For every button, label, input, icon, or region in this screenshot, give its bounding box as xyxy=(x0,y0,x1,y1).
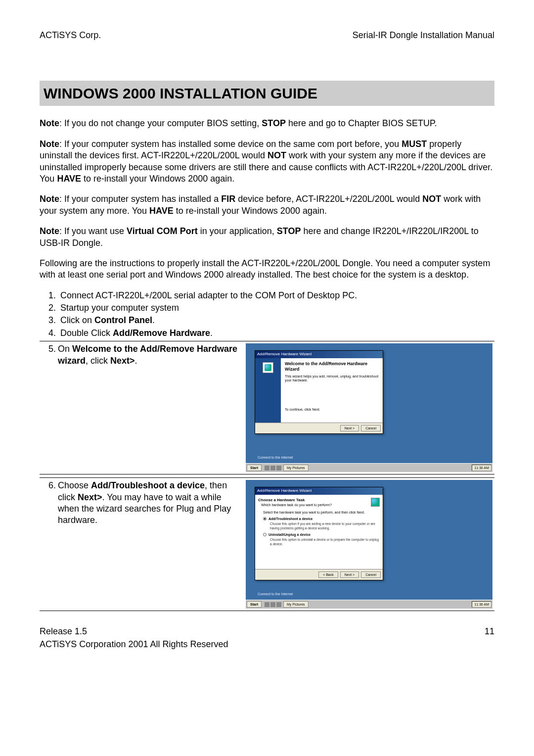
page-footer: Release 1.5 11 ACTiSYS Corporation 2001 … xyxy=(40,626,494,650)
wizard-content: Choose a Hardware Task Which hardware ta… xyxy=(255,495,383,569)
next-button[interactable]: Next > xyxy=(340,425,359,431)
page-header: ACTiSYS Corp. Serial-IR Dongle Installat… xyxy=(40,30,494,41)
step-bold: Control Panel xyxy=(94,315,152,325)
note-bold: FIR xyxy=(221,194,235,204)
radio-add-troubleshoot[interactable]: Add/Troubleshoot a device xyxy=(263,517,380,521)
taskbar: Start My Pictures 11:36 AM xyxy=(246,600,492,609)
note-3: Note: If your computer system has instal… xyxy=(40,193,494,217)
desktop-shortcut-label: Connect to the Internet xyxy=(258,456,293,460)
step-5-number: 5. xyxy=(40,341,58,474)
step-5-row: 5. On Welcome to the Add/Remove Hardware… xyxy=(40,341,494,474)
step-1: Connect ACT-IR220L+/200L serial adapter … xyxy=(48,290,494,301)
note-prefix: Note xyxy=(40,226,59,236)
quick-launch-icons xyxy=(265,466,281,471)
release-label: Release 1.5 xyxy=(40,626,87,637)
hardware-icon xyxy=(371,498,380,507)
step-bold: Next> xyxy=(78,492,102,502)
wizard-buttons: Next > Cancel xyxy=(255,423,383,433)
wizard-desc: This wizard helps you add, remove, unplu… xyxy=(285,375,379,383)
wizard-heading: Choose a Hardware Task xyxy=(258,498,332,503)
note-prefix: Note xyxy=(40,118,59,128)
header-right: Serial-IR Dongle Installation Manual xyxy=(353,30,494,41)
hardware-icon xyxy=(263,362,273,373)
wizard-content: Welcome to the Add/Remove Hardware Wizar… xyxy=(281,358,383,423)
step-text: Double Click xyxy=(60,328,113,338)
note-text: : If you want use xyxy=(59,226,127,236)
copyright: ACTiSYS Corporation 2001 All Rights Rese… xyxy=(40,639,494,650)
wizard-heading: Welcome to the Add/Remove Hardware Wizar… xyxy=(285,361,379,373)
step-bold: Add/Remove Hardware xyxy=(113,328,210,338)
note-text: here and go to Chapter BIOS SETUP. xyxy=(286,118,437,128)
note-bold: Virtual COM Port xyxy=(127,226,198,236)
wizard-window: Add/Remove Hardware Wizard Choose a Hard… xyxy=(255,487,383,580)
note-text: to re-install your Windows 2000 again. xyxy=(174,206,327,216)
note-bold: NOT xyxy=(422,194,441,204)
wizard-titlebar: Add/Remove Hardware Wizard xyxy=(255,487,383,494)
screenshot-wizard-task: Add/Remove Hardware Wizard Choose a Hard… xyxy=(246,480,492,609)
note-4: Note: If you want use Virtual COM Port i… xyxy=(40,226,494,249)
step-text: . xyxy=(210,328,213,338)
note-1: Note: If you do not change your computer… xyxy=(40,118,494,129)
radio-label: Uninstall/Unplug a device xyxy=(268,532,311,537)
step-text: , click xyxy=(86,356,110,366)
section-title: WINDOWS 2000 INSTALLATION GUIDE xyxy=(40,81,494,106)
step-text: Click on xyxy=(60,315,94,325)
step-2: Startup your computer system xyxy=(48,302,494,314)
quick-launch-icons xyxy=(265,602,281,607)
back-button[interactable]: < Back xyxy=(318,571,338,578)
step-text: . xyxy=(152,315,155,325)
note-bold: NOT xyxy=(267,150,286,160)
step-bold: Next> xyxy=(110,356,135,366)
note-2: Note: If your computer system has instal… xyxy=(40,139,494,185)
next-button[interactable]: Next > xyxy=(340,571,359,578)
wizard-titlebar: Add/Remove Hardware Wizard xyxy=(255,351,383,358)
step-text: Choose xyxy=(58,480,91,490)
note-text: device before, ACT-IR220L+/220L/200L wou… xyxy=(235,194,422,204)
step-bold: Welcome to the Add/Remove Hardware wizar… xyxy=(58,344,237,365)
radio-desc: Choose this option if you are adding a n… xyxy=(270,522,380,530)
header-left: ACTiSYS Corp. xyxy=(40,30,101,41)
note-bold: STOP xyxy=(262,118,286,128)
cancel-button[interactable]: Cancel xyxy=(361,425,381,431)
step-6-row: 6. Choose Add/Troubleshoot a device, the… xyxy=(40,477,494,611)
step-bold: Add/Troubleshoot a device xyxy=(91,480,205,490)
wizard-prompt: Select the hardware task you want to per… xyxy=(263,510,380,515)
radio-desc: Choose this option to uninstall a device… xyxy=(270,538,380,546)
note-text: : If your computer system has installed … xyxy=(59,139,401,149)
taskbar-clock: 11:36 AM xyxy=(472,465,491,471)
note-bold: MUST xyxy=(401,139,427,149)
note-bold: HAVE xyxy=(149,206,174,216)
step-text: . xyxy=(135,356,137,366)
desktop-shortcut-label: Connect to the Internet xyxy=(258,592,293,596)
note-text: : If your computer system has installed … xyxy=(59,194,221,204)
radio-label: Add/Troubleshoot a device xyxy=(268,517,312,521)
step-text: On xyxy=(58,344,72,354)
radio-uninstall-unplug[interactable]: Uninstall/Unplug a device xyxy=(263,532,380,537)
page-number: 11 xyxy=(485,626,494,637)
note-bold: HAVE xyxy=(57,174,81,184)
start-button[interactable]: Start xyxy=(247,465,262,471)
taskbar: Start My Pictures 11:36 AM xyxy=(246,463,492,472)
note-text: to re-install your Windows 2000 again. xyxy=(81,174,234,184)
taskbar-clock: 11:36 AM xyxy=(472,601,491,608)
radio-icon xyxy=(263,533,267,536)
cancel-button[interactable]: Cancel xyxy=(361,571,381,578)
note-prefix: Note xyxy=(40,194,59,204)
step-5-text: On Welcome to the Add/Remove Hardware wi… xyxy=(58,341,246,474)
steps-list: Connect ACT-IR220L+/200L serial adapter … xyxy=(48,290,494,339)
start-button[interactable]: Start xyxy=(247,601,262,608)
step-6-number: 6. xyxy=(40,478,58,611)
radio-icon xyxy=(263,517,267,520)
note-bold: STOP xyxy=(277,226,301,236)
wizard-window: Add/Remove Hardware Wizard Welcome to th… xyxy=(255,350,383,433)
note-text: : If you do not change your computer BIO… xyxy=(59,118,262,128)
taskbar-item[interactable]: My Pictures xyxy=(283,601,309,608)
intro-paragraph: Following are the instructions to proper… xyxy=(40,258,494,281)
wizard-continue: To continue, click Next. xyxy=(285,408,379,412)
wizard-sidebar xyxy=(255,358,281,423)
note-text: in your application, xyxy=(198,226,277,236)
wizard-subheading: Which hardware task do you want to perfo… xyxy=(261,503,332,507)
taskbar-item[interactable]: My Pictures xyxy=(283,465,309,471)
step-6-text: Choose Add/Troubleshoot a device, then c… xyxy=(58,478,246,611)
step-4: Double Click Add/Remove Hardware. xyxy=(48,328,494,339)
